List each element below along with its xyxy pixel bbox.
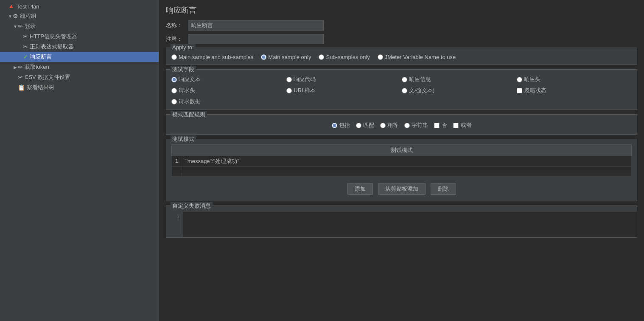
page-title: 响应断言: [166, 5, 637, 15]
apply-main-only-radio[interactable]: [261, 54, 266, 60]
fail-msg-input[interactable]: [183, 212, 637, 237]
add-button[interactable]: 添加: [347, 183, 373, 195]
pm-contains-option[interactable]: 包括: [332, 121, 350, 129]
sidebar-item-label: HTTP信息头管理器: [30, 33, 77, 40]
tf-request-header-radio[interactable]: [171, 88, 177, 93]
delete-button[interactable]: 删除: [431, 183, 456, 195]
apply-jmeter-var-option[interactable]: JMeter Variable Name to use: [378, 54, 456, 60]
pm-contains-label: 包括: [339, 121, 350, 129]
apply-jmeter-var-label: JMeter Variable Name to use: [385, 54, 456, 60]
tf-response-text-label: 响应文本: [179, 76, 201, 83]
apply-sub-only-label: Sub-samples only: [326, 54, 370, 60]
sidebar-item-label: 正则表达式提取器: [30, 43, 74, 51]
pm-equal-option[interactable]: 相等: [380, 121, 398, 129]
sidebar-item-csv-config[interactable]: ✂ CSV 数据文件设置: [0, 72, 159, 82]
tf-response-header-radio[interactable]: [517, 77, 522, 82]
tf-response-header-label: 响应头: [524, 76, 540, 83]
tf-request-header-option[interactable]: 请求头: [171, 87, 286, 94]
tf-response-code-radio[interactable]: [286, 77, 292, 82]
pattern-value[interactable]: "message":"处理成功": [182, 156, 632, 167]
pm-contains-radio[interactable]: [332, 123, 337, 128]
sidebar-item-regex-extractor[interactable]: ✂ 正则表达式提取器: [0, 42, 159, 52]
sidebar-item-response-assertion[interactable]: ✔ 响应断言: [0, 52, 159, 62]
pm-match-option[interactable]: 匹配: [356, 121, 374, 129]
fail-msg-line-num: 1: [166, 212, 183, 237]
pm-match-radio[interactable]: [356, 123, 361, 128]
tree-arrow: ▼: [13, 24, 18, 29]
pattern-rules-section: 模式匹配规则 包括 匹配 相等 字符串: [166, 114, 637, 135]
apply-main-sub-option[interactable]: Main sample and sub-samples: [171, 54, 253, 60]
sidebar-item-test-plan[interactable]: 🔺 Test Plan: [0, 2, 159, 11]
tf-request-header-label: 请求头: [179, 87, 195, 94]
pm-or-option[interactable]: 或者: [453, 121, 472, 129]
pattern-rules-legend: 模式匹配规则: [171, 111, 207, 118]
tf-document-text-label: 文档(文本): [409, 87, 435, 94]
apply-sub-only-radio[interactable]: [319, 54, 324, 60]
tf-response-code-option[interactable]: 响应代码: [286, 76, 401, 83]
tf-response-msg-option[interactable]: 响应信息: [402, 76, 517, 83]
tf-response-code-label: 响应代码: [294, 76, 316, 83]
fail-msg-area: 1: [166, 212, 637, 237]
paste-add-button[interactable]: 从剪贴板添加: [378, 183, 426, 195]
sidebar-item-login[interactable]: ▼ ✏ 登录: [0, 21, 159, 31]
line-number: 1: [172, 156, 182, 167]
tf-ignore-status-option[interactable]: 忽略状态: [517, 87, 632, 94]
tf-request-data-option[interactable]: 请求数据: [171, 98, 632, 105]
tf-response-header-option[interactable]: 响应头: [517, 76, 632, 83]
test-pattern-col-header: 测试模式: [172, 145, 632, 156]
sidebar-item-http-header[interactable]: ✂ HTTP信息头管理器: [0, 31, 159, 42]
apply-main-sub-radio[interactable]: [171, 54, 177, 60]
test-pattern-section: 测试模式 测试模式 1 "message":"处理成功": [166, 139, 637, 201]
thread-group-icon: ⚙: [13, 13, 18, 20]
test-fields-row1: 响应文本 响应代码 响应信息 响应头 请求头: [171, 76, 632, 94]
pm-not-option[interactable]: 否: [434, 121, 447, 129]
tf-response-text-radio[interactable]: [171, 77, 177, 82]
custom-fail-section: 自定义失败消息 1: [166, 206, 637, 238]
btn-row: 添加 从剪贴板添加 删除: [171, 180, 632, 197]
sidebar-item-label: 获取token: [25, 63, 49, 71]
sidebar: 🔺 Test Plan ▼ ⚙ 线程组 ▼ ✏ 登录 ✂ HTTP信息头管理器 …: [0, 0, 159, 321]
pm-equal-radio[interactable]: [380, 123, 386, 128]
sidebar-item-label: 察看结果树: [27, 84, 54, 91]
apply-to-legend: Apply to:: [171, 44, 196, 51]
tf-request-data-radio[interactable]: [171, 99, 177, 104]
tree-arrow: ▼: [8, 14, 13, 19]
pm-match-label: 匹配: [363, 121, 374, 129]
comment-input[interactable]: [188, 34, 324, 44]
sidebar-item-label: CSV 数据文件设置: [25, 73, 70, 81]
pm-not-checkbox[interactable]: [434, 123, 440, 128]
sidebar-item-label: 登录: [25, 23, 36, 30]
pattern-row: 包括 匹配 相等 字符串 否: [171, 118, 632, 132]
apply-jmeter-var-radio[interactable]: [378, 54, 383, 60]
tf-document-text-option[interactable]: 文档(文本): [402, 87, 517, 94]
test-field-legend: 测试字段: [171, 66, 196, 73]
view-results-icon: 📋: [18, 84, 25, 91]
pm-not-label: 否: [442, 121, 447, 129]
apply-main-only-option[interactable]: Main sample only: [261, 54, 311, 60]
table-row-empty: [172, 167, 632, 176]
pm-or-checkbox[interactable]: [453, 123, 459, 128]
tf-url-sample-radio[interactable]: [286, 88, 292, 93]
pm-substring-radio[interactable]: [404, 123, 410, 128]
tf-document-text-radio[interactable]: [402, 88, 407, 93]
tf-response-text-option[interactable]: 响应文本: [171, 76, 286, 83]
name-label: 名称：: [166, 22, 185, 29]
test-fields-row3: 请求数据: [171, 98, 632, 105]
test-plan-icon: 🔺: [8, 3, 15, 10]
name-input[interactable]: [188, 20, 324, 31]
main-panel: 响应断言 名称： 注释： Apply to: Main sample and s…: [159, 0, 644, 321]
tf-url-sample-option[interactable]: URL样本: [286, 87, 401, 94]
sidebar-item-get-token[interactable]: ▶ ✏ 获取token: [0, 62, 159, 72]
apply-sub-only-option[interactable]: Sub-samples only: [319, 54, 370, 60]
tf-response-msg-radio[interactable]: [402, 77, 407, 82]
apply-main-sub-label: Main sample and sub-samples: [179, 54, 253, 60]
pm-substring-option[interactable]: 字符串: [404, 121, 428, 129]
sidebar-item-thread-group[interactable]: ▼ ⚙ 线程组: [0, 11, 159, 21]
pm-substring-label: 字符串: [412, 121, 428, 129]
tree-arrow: ▶: [13, 65, 18, 70]
sidebar-item-label: Test Plan: [17, 3, 39, 10]
tf-ignore-status-checkbox[interactable]: [517, 88, 522, 93]
pm-or-label: 或者: [461, 121, 472, 129]
http-header-icon: ✂: [23, 33, 28, 40]
sidebar-item-view-results[interactable]: 📋 察看结果树: [0, 82, 159, 93]
